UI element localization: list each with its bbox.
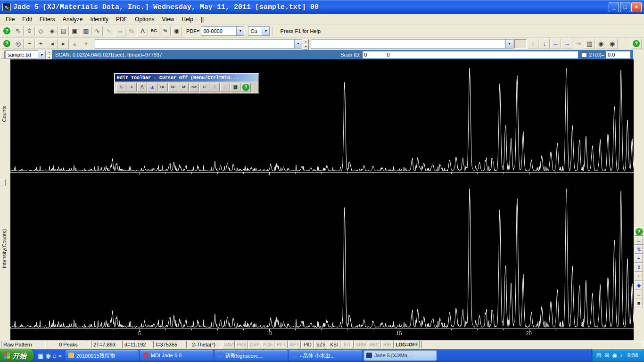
message-icon[interactable]: ✉: [604, 352, 609, 359]
peak-profile-icon[interactable]: Λ: [137, 83, 147, 91]
help-icon[interactable]: ?: [635, 227, 643, 236]
help-icon[interactable]: ?: [1, 39, 12, 49]
step-left-icon[interactable]: ◂: [47, 39, 58, 49]
menu-item-6[interactable]: Options: [131, 15, 158, 24]
marker-icon[interactable]: ◆: [635, 281, 643, 289]
zoom-cursor-icon[interactable]: ⌖: [127, 83, 137, 91]
two-theta-zero-field[interactable]: 0.0: [606, 51, 630, 58]
taskbar-task-4[interactable]: Jade 5 [XJ/Ma...: [363, 350, 437, 361]
taskbar-task-3[interactable]: - 晶体 小木虫...: [289, 350, 362, 361]
toggle-pft[interactable]: PFT: [275, 341, 288, 348]
stick-pattern-icon[interactable]: ▥: [81, 26, 91, 36]
show-desktop-icon[interactable]: ▣: [38, 352, 43, 359]
two-theta-zero-checkbox[interactable]: [582, 52, 587, 58]
toggle-srm[interactable]: SRM: [354, 341, 367, 348]
fit-view-icon[interactable]: ⇕: [635, 263, 643, 272]
edit-toolbar-title-bar[interactable]: Edit Toolbar - Cursor Off (Menu/Ctrl=Min…: [115, 74, 258, 82]
taskbar-task-2[interactable]: 请教highscore...: [215, 350, 288, 361]
toggle-sav[interactable]: SAV: [222, 341, 235, 348]
panel-handle[interactable]: [1, 179, 6, 186]
profile-fit-icon[interactable]: Λ: [137, 26, 148, 36]
data-edit-icon[interactable]: DE: [168, 83, 178, 91]
input-method-icon[interactable]: ▤: [596, 352, 602, 359]
pdf-combo[interactable]: 00-0000 ▾: [201, 26, 244, 36]
print-icon[interactable]: ▤: [58, 26, 69, 36]
pan-left-icon[interactable]: ←: [550, 39, 561, 49]
toggle-abc[interactable]: ABC: [368, 341, 380, 348]
scale-up-icon[interactable]: ↑: [635, 272, 643, 280]
anode-combo[interactable]: Cu ▾: [248, 26, 270, 36]
volume-icon[interactable]: ♪: [620, 352, 623, 359]
scan-id-field[interactable]: 0 0: [362, 51, 578, 58]
background-edit-icon[interactable]: BE: [158, 83, 168, 91]
minimize-button[interactable]: _: [609, 2, 619, 12]
toggle-rir[interactable]: RIR: [381, 341, 394, 348]
overlay-combo[interactable]: ▾: [95, 39, 302, 49]
toggle-szs[interactable]: SZS: [314, 341, 327, 348]
phase-combo[interactable]: ▾: [311, 39, 513, 49]
menu-item-9[interactable]: ||: [197, 15, 207, 24]
taskbar-task-0[interactable]: 20100915残留物: [66, 350, 139, 361]
toggle-ksi[interactable]: KSI: [328, 341, 340, 348]
expand-x-icon[interactable]: ↔: [635, 236, 643, 245]
toolbar-grip[interactable]: [0, 51, 5, 58]
network-icon[interactable]: ◉: [612, 352, 617, 359]
close-button[interactable]: ×: [631, 2, 642, 12]
xrd-pattern-top-canvas[interactable]: [10, 60, 634, 175]
smooth-icon[interactable]: M: [179, 83, 189, 91]
overlay-spinner[interactable]: ▴ ▾: [303, 39, 309, 49]
toggle-dsp[interactable]: DSP: [248, 341, 261, 348]
expand-y-icon[interactable]: ⇅: [635, 245, 643, 254]
pan-x-icon[interactable]: ↔: [635, 290, 643, 298]
grid-icon[interactable]: ▦: [231, 83, 240, 91]
plot-area[interactable]: [10, 59, 634, 340]
log-toggle[interactable]: LOG=OFF: [394, 341, 420, 348]
overlay-patterns-icon[interactable]: ∿: [92, 26, 103, 36]
full-range-icon[interactable]: ◇: [35, 26, 46, 36]
spinner-up-icon[interactable]: ▴: [46, 50, 52, 55]
previous-zoom-icon[interactable]: ◈: [47, 26, 58, 36]
toggle-fit[interactable]: FIT: [341, 341, 354, 348]
pan-right-icon[interactable]: →: [561, 39, 572, 49]
web-pdf-icon[interactable]: ◉: [171, 26, 182, 36]
zoom-in-icon[interactable]: +: [635, 254, 643, 263]
zoom-in-icon[interactable]: +: [35, 39, 46, 49]
taskbar-task-1[interactable]: MDI Jade 5.0: [140, 350, 213, 361]
menu-item-3[interactable]: Analyze: [59, 15, 87, 24]
browser-icon[interactable]: ◉: [45, 352, 50, 359]
step-right-icon[interactable]: ▸: [58, 39, 69, 49]
pointer-icon[interactable]: ⇖: [116, 83, 126, 91]
histogram-icon[interactable]: ▥: [584, 39, 595, 49]
menu-item-7[interactable]: View: [158, 15, 178, 24]
menu-item-1[interactable]: Edit: [18, 15, 36, 24]
target-a-icon[interactable]: ◉: [595, 39, 606, 49]
calibrate-icon[interactable]: C: [199, 83, 209, 91]
spinner-up-icon[interactable]: ▴: [303, 39, 309, 44]
menu-item-5[interactable]: PDF: [112, 15, 131, 24]
pan-down-icon[interactable]: ↓: [539, 39, 550, 49]
xrd-pattern-bottom-canvas[interactable]: [10, 179, 634, 339]
help-icon[interactable]: ?: [1, 26, 12, 36]
quick-launch-expand-icon[interactable]: »: [58, 352, 62, 359]
help-icon[interactable]: ?: [241, 83, 251, 91]
scale-y-icon[interactable]: ⇕: [24, 26, 35, 36]
target-b-icon[interactable]: ◉: [607, 39, 618, 49]
kalpha2-strip-icon[interactable]: Kα: [189, 83, 199, 91]
menu-item-4[interactable]: Identify: [86, 15, 112, 24]
background-icon[interactable]: BG: [149, 26, 159, 36]
stop-icon[interactable]: ■: [635, 299, 643, 307]
pan-horizontal-icon[interactable]: ↔: [115, 26, 125, 36]
menu-item-0[interactable]: File: [2, 15, 18, 24]
copy-display-icon[interactable]: ▣: [69, 26, 80, 36]
menu-item-8[interactable]: Help: [178, 15, 197, 24]
toggle-rpt[interactable]: RPT: [288, 341, 301, 348]
cursor-target-icon[interactable]: ◎: [13, 39, 24, 49]
file-spinner[interactable]: ▴ ▾: [46, 50, 52, 59]
file-combo[interactable]: sample.txt ▾: [5, 50, 46, 59]
home-icon[interactable]: ⌂: [53, 352, 57, 359]
toggle-pdf[interactable]: PDF: [262, 341, 274, 348]
spinner-down-icon[interactable]: ▾: [303, 44, 309, 49]
start-button[interactable]: 开始: [0, 349, 34, 362]
zoom-out-icon[interactable]: −: [24, 39, 35, 49]
cursor-mode-icon[interactable]: ⇖: [13, 26, 24, 36]
